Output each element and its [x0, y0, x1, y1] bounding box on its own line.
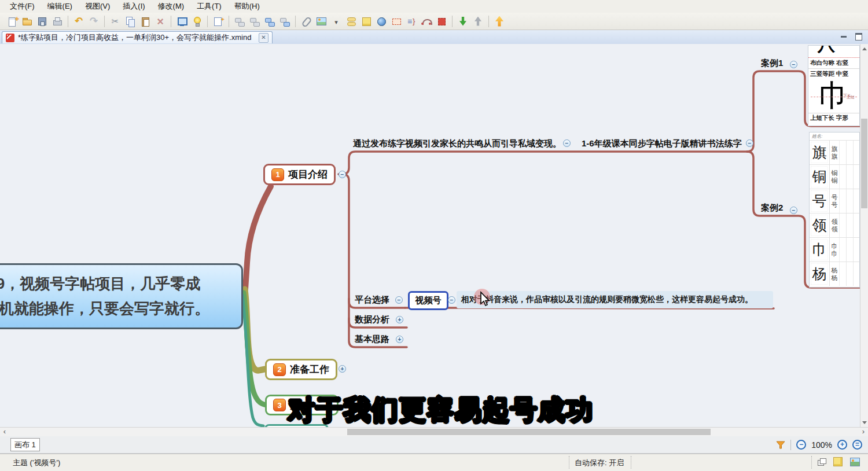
minimize-button[interactable]: [838, 32, 849, 41]
save-button[interactable]: [35, 14, 50, 29]
zoom-in-button[interactable]: +: [837, 440, 847, 450]
zoom-fit-button[interactable]: =: [852, 440, 862, 450]
menu-file[interactable]: 文件(F): [3, 0, 41, 13]
collapse-button-video[interactable]: −: [448, 296, 455, 304]
root-topic[interactable]: 0.9，视频号字帖项目，几乎零成 手机就能操作，只要会写字就行。: [0, 263, 243, 329]
menu-edit[interactable]: 编辑(E): [41, 0, 79, 13]
case1-image-label-bottom: 上短下长 字形: [808, 113, 859, 123]
mouse-cursor: [470, 285, 499, 314]
collapse-button-copybook[interactable]: −: [746, 139, 753, 147]
subtopic-case1[interactable]: 案例1: [761, 58, 783, 69]
cut-button[interactable]: [108, 14, 123, 29]
insert-topic-after-button[interactable]: [247, 14, 262, 29]
collapse-button-marketing[interactable]: −: [563, 139, 571, 147]
open-button[interactable]: [20, 14, 35, 29]
insert-topic-button[interactable]: [232, 14, 247, 29]
expand-button-basic-idea[interactable]: +: [396, 336, 403, 343]
scroll-left-button[interactable]: ‹: [0, 428, 9, 436]
drill-up-button[interactable]: [470, 14, 486, 29]
menu-modify[interactable]: 修改(M): [152, 0, 191, 13]
horizontal-scrollbar-thumb[interactable]: [347, 429, 711, 435]
scroll-up-button[interactable]: [860, 44, 868, 53]
spine-down: [343, 174, 405, 308]
mindmap-canvas[interactable]: 0.9，视频号字帖项目，几乎零成 手机就能操作，只要会写字就行。 1 项目介绍 …: [0, 44, 868, 427]
delete-button[interactable]: [153, 14, 168, 29]
canvas-tab-bar: 画布 1 − 100% + =: [0, 436, 868, 454]
label-button[interactable]: [389, 14, 404, 29]
subtopic-platform[interactable]: 平台选择: [355, 295, 389, 306]
collapse-button-case2[interactable]: −: [790, 207, 797, 214]
canvas-tab-1[interactable]: 画布 1: [10, 438, 40, 451]
presentation-button[interactable]: [174, 14, 189, 29]
windows-cascade-icon[interactable]: [818, 458, 826, 465]
horizontal-scrollbar[interactable]: ‹ ›: [0, 427, 868, 436]
collapse-button-topic1[interactable]: −: [339, 171, 346, 178]
scroll-right-button[interactable]: ›: [859, 428, 868, 436]
expand-button-data-analysis[interactable]: +: [396, 316, 403, 323]
expand-button-topic2[interactable]: +: [339, 365, 346, 373]
paste-button[interactable]: [138, 14, 153, 29]
menu-help[interactable]: 帮助(H): [228, 0, 266, 13]
undo-button[interactable]: [71, 14, 86, 29]
subtopic-data-analysis[interactable]: 数据分析: [355, 314, 389, 325]
subtopic-case2[interactable]: 案例2: [761, 203, 783, 214]
topic-video-account-selected[interactable]: 视频号: [408, 291, 448, 310]
marker-button[interactable]: [434, 14, 449, 29]
badge-2-icon: 2: [273, 363, 286, 376]
upgrade-button[interactable]: [492, 14, 507, 29]
menu-tools[interactable]: 工具(T): [190, 0, 228, 13]
copy-button[interactable]: [123, 14, 138, 29]
collapse-button-platform[interactable]: −: [395, 296, 403, 304]
zoom-controls: − 100% + =: [776, 437, 862, 452]
image-status-icon[interactable]: [850, 458, 860, 466]
redo-button[interactable]: [86, 14, 101, 29]
vertical-scrollbar-thumb[interactable]: [861, 119, 867, 208]
document-tab[interactable]: *练字贴项目，冷门项目高收益，一单利润30+，会写字就能操作.xmind ✕: [2, 31, 273, 43]
boundary-button[interactable]: [344, 14, 359, 29]
topic-preparation[interactable]: 2 准备工作: [265, 359, 337, 380]
subtopic-basic-idea[interactable]: 基本思路: [355, 334, 389, 345]
copybook-char: 旗: [810, 141, 830, 164]
insert-subtopic-button[interactable]: [262, 14, 277, 29]
scissors-icon: [109, 16, 121, 27]
subtopic-marketing[interactable]: 通过发布练字视频引发家长的共鸣从而引导私域变现。: [353, 138, 561, 149]
notes-button[interactable]: [359, 14, 374, 29]
spine-up: [339, 152, 748, 174]
case1-calligraphy-image[interactable]: 八 布白匀称 右竖 三竖等距 中竖 巾 上短 下长 上短下长 字形: [808, 45, 860, 126]
drill-down-button[interactable]: [455, 14, 470, 29]
window-buttons: [838, 32, 865, 41]
callout-note[interactable]: 相对于抖音来说，作品审核以及引流的规则要稍微宽松些，这样更容易起号成功。: [457, 291, 773, 308]
summary-button[interactable]: [404, 14, 419, 29]
new-workbook-button[interactable]: [5, 14, 20, 29]
filter-icon[interactable]: [776, 441, 785, 449]
scroll-down-button[interactable]: [860, 418, 868, 427]
lightbulb-icon: [191, 16, 203, 27]
relationship-button[interactable]: [419, 14, 434, 29]
insert-image-button[interactable]: [314, 14, 329, 29]
notes-status-icon[interactable]: [833, 457, 843, 466]
status-autosave: 自动保存: 开启: [575, 458, 624, 468]
hyperlink-button[interactable]: [299, 14, 314, 29]
relationship-icon: [421, 16, 432, 27]
topic-project-intro[interactable]: 1 项目介绍: [263, 164, 336, 185]
topic-preparation-label: 准备工作: [290, 363, 329, 376]
brainstorm-button[interactable]: [189, 14, 204, 29]
format-painter-button[interactable]: [211, 14, 226, 29]
zoom-level[interactable]: 100%: [811, 440, 832, 450]
menu-insert[interactable]: 插入(I): [116, 0, 151, 13]
web-hyperlink-button[interactable]: [374, 14, 389, 29]
menu-view[interactable]: 视图(V): [79, 0, 116, 13]
save-icon: [36, 16, 48, 27]
zoom-out-button[interactable]: −: [796, 440, 806, 450]
case2-copybook-image[interactable]: 姓名: 旗 旗旗 铜 铜铜 号 号号 领 领领 巾: [809, 132, 860, 288]
maximize-button[interactable]: [853, 32, 865, 41]
copybook-practice: 领领: [830, 214, 840, 237]
tab-close-button[interactable]: ✕: [259, 33, 269, 43]
subtopic-copybook[interactable]: 1-6年级课本同步字帖电子版精讲书法练字: [582, 138, 742, 149]
insert-parent-topic-button[interactable]: [277, 14, 292, 29]
copybook-grid: [840, 214, 859, 237]
vertical-scrollbar[interactable]: [860, 44, 868, 427]
print-button[interactable]: [50, 14, 65, 29]
collapse-button-case1[interactable]: −: [790, 61, 797, 68]
image-dropdown-button[interactable]: [329, 14, 344, 29]
